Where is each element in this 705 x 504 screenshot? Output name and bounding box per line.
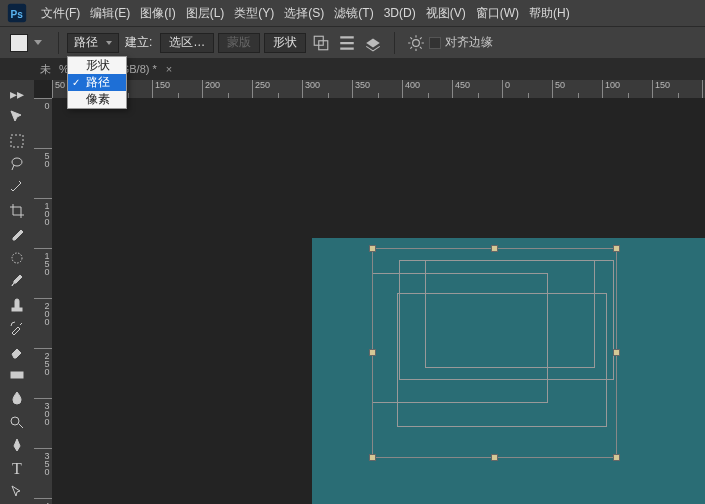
ruler-tick: 0 <box>502 80 552 98</box>
ruler-tick: 200 <box>202 80 252 98</box>
tool-preset-arrow-icon[interactable] <box>34 40 42 45</box>
transform-handle[interactable] <box>613 245 620 252</box>
history-brush-tool-icon[interactable] <box>3 317 31 338</box>
eyedropper-tool-icon[interactable] <box>3 224 31 245</box>
eraser-tool-icon[interactable] <box>3 341 31 362</box>
menu-type[interactable]: 类型(Y) <box>229 5 279 22</box>
menu-layer[interactable]: 图层(L) <box>181 5 230 22</box>
align-icon[interactable] <box>338 34 356 52</box>
lasso-tool-icon[interactable] <box>3 153 31 174</box>
options-bar: 路径 建立: 选区… 蒙版 形状 对齐边缘 <box>0 26 705 58</box>
ruler-tick: 400 <box>402 80 452 98</box>
svg-text:Ps: Ps <box>11 9 24 20</box>
vertical-ruler[interactable]: 0 50 100 150 200 250 300 350 400 <box>34 98 52 504</box>
ruler-tick: 150 <box>652 80 702 98</box>
path-select-tool-icon[interactable] <box>3 481 31 502</box>
shape-button[interactable]: 形状 <box>264 33 306 53</box>
tab-prefix: 未 <box>40 62 51 77</box>
mode-dropdown-menu: 形状 ✓路径 像素 <box>67 56 127 109</box>
align-edges-label: 对齐边缘 <box>445 34 493 51</box>
selection-button[interactable]: 选区… <box>160 33 214 53</box>
menu-edit[interactable]: 编辑(E) <box>85 5 135 22</box>
svg-point-12 <box>11 417 19 425</box>
transform-handle[interactable] <box>613 349 620 356</box>
workspace: ▸▸ T 50 100 150 200 250 300 350 400 450 … <box>0 80 705 504</box>
selection-bounding-box[interactable] <box>372 248 617 458</box>
ruler-tick: 350 <box>34 448 52 498</box>
svg-point-7 <box>12 253 22 263</box>
separator <box>58 32 59 54</box>
ruler-tick: 100 <box>602 80 652 98</box>
dropdown-item-path[interactable]: ✓路径 <box>68 74 126 91</box>
ruler-tick: 450 <box>452 80 502 98</box>
tool-preset-icon[interactable] <box>10 34 28 52</box>
pen-tool-icon[interactable] <box>3 435 31 456</box>
heal-tool-icon[interactable] <box>3 247 31 268</box>
horizontal-ruler[interactable]: 50 100 150 200 250 300 350 400 450 0 50 … <box>52 80 705 98</box>
menu-file[interactable]: 文件(F) <box>36 5 85 22</box>
svg-point-6 <box>12 158 22 166</box>
mode-dropdown[interactable]: 路径 <box>67 33 119 53</box>
separator <box>394 32 395 54</box>
wand-tool-icon[interactable] <box>3 177 31 198</box>
crop-tool-icon[interactable] <box>3 200 31 221</box>
ruler-tick: 300 <box>302 80 352 98</box>
ruler-tick: 150 <box>34 248 52 298</box>
transform-handle[interactable] <box>613 454 620 461</box>
ruler-tick: 100 <box>34 198 52 248</box>
type-tool-icon[interactable]: T <box>3 458 31 479</box>
move-tool-icon[interactable] <box>3 106 31 127</box>
menu-image[interactable]: 图像(I) <box>135 5 180 22</box>
menu-window[interactable]: 窗口(W) <box>471 5 524 22</box>
ruler-tick: 0 <box>34 98 52 148</box>
chevron-down-icon <box>106 41 112 45</box>
menu-view[interactable]: 视图(V) <box>421 5 471 22</box>
stamp-tool-icon[interactable] <box>3 294 31 315</box>
ruler-tick: 150 <box>152 80 202 98</box>
dropdown-item-pixel[interactable]: 像素 <box>68 91 126 108</box>
menu-filter[interactable]: 滤镜(T) <box>329 5 378 22</box>
marquee-tool-icon[interactable] <box>3 130 31 151</box>
mask-button[interactable]: 蒙版 <box>218 33 260 53</box>
svg-rect-11 <box>11 372 23 378</box>
gradient-tool-icon[interactable] <box>3 364 31 385</box>
transform-handle[interactable] <box>491 454 498 461</box>
canvas-viewport[interactable] <box>52 98 705 504</box>
menu-select[interactable]: 选择(S) <box>279 5 329 22</box>
dropdown-item-shape[interactable]: 形状 <box>68 57 126 74</box>
menu-3d[interactable]: 3D(D) <box>379 6 421 20</box>
path-ops-icon[interactable] <box>312 34 330 52</box>
arrange-icon[interactable] <box>364 34 382 52</box>
transform-handle[interactable] <box>369 349 376 356</box>
gear-icon[interactable] <box>407 34 425 52</box>
svg-rect-5 <box>11 135 23 147</box>
menu-help[interactable]: 帮助(H) <box>524 5 575 22</box>
blur-tool-icon[interactable] <box>3 388 31 409</box>
ruler-tick: 300 <box>34 398 52 448</box>
tool-panel: ▸▸ T <box>0 80 34 504</box>
build-label: 建立: <box>125 34 152 51</box>
align-edges-checkbox[interactable] <box>429 37 441 49</box>
svg-point-4 <box>413 39 420 46</box>
svg-point-10 <box>15 299 19 303</box>
ruler-tick: 200 <box>34 298 52 348</box>
check-icon: ✓ <box>72 77 80 88</box>
transform-handle[interactable] <box>369 245 376 252</box>
canvas-area: 50 100 150 200 250 300 350 400 450 0 50 … <box>34 80 705 504</box>
dodge-tool-icon[interactable] <box>3 411 31 432</box>
brush-tool-icon[interactable] <box>3 271 31 292</box>
menu-bar: Ps 文件(F) 编辑(E) 图像(I) 图层(L) 类型(Y) 选择(S) 滤… <box>0 0 705 26</box>
ruler-tick: 400 <box>34 498 52 504</box>
ruler-tick: 250 <box>34 348 52 398</box>
document-canvas[interactable] <box>312 238 705 504</box>
mode-dropdown-label: 路径 <box>74 34 98 51</box>
expand-icon[interactable]: ▸▸ <box>3 83 31 104</box>
ruler-tick: 50 <box>34 148 52 198</box>
app-logo-icon: Ps <box>6 4 28 22</box>
transform-handle[interactable] <box>491 245 498 252</box>
ruler-tick: 350 <box>352 80 402 98</box>
close-icon[interactable]: × <box>166 63 172 75</box>
transform-handle[interactable] <box>369 454 376 461</box>
ruler-tick: 250 <box>252 80 302 98</box>
ruler-tick: 50 <box>552 80 602 98</box>
